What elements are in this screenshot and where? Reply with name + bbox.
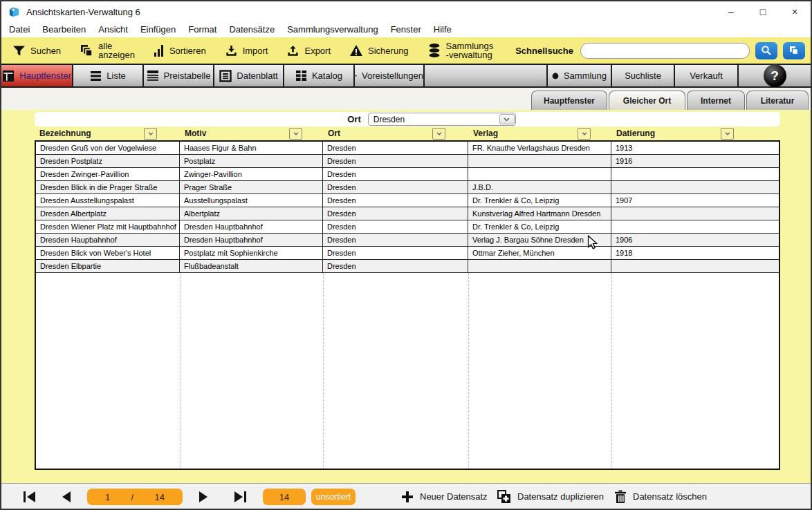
table-cell: Dresden Hauptbahnhof xyxy=(180,234,323,246)
tab-liste[interactable]: Liste xyxy=(73,65,144,86)
tab-bar-spacer xyxy=(425,65,548,86)
menu-ansicht[interactable]: Ansicht xyxy=(92,22,134,37)
app-window: Ansichtskarten-Verwaltung 6 – □ × Datei … xyxy=(0,0,812,510)
bezeichnung-sort-dropdown[interactable] xyxy=(144,128,157,140)
records-table: Dresden Gruß von der VogelwieseHaases Fi… xyxy=(35,140,780,470)
collection-management-button[interactable]: Sammlungs-verwaltung xyxy=(427,41,494,59)
price-table-icon xyxy=(147,70,159,82)
next-record-button[interactable] xyxy=(198,484,209,509)
duplicate-record-button[interactable]: Datensatz duplizieren xyxy=(497,484,604,509)
menu-format[interactable]: Format xyxy=(182,22,223,37)
ort-dropdown[interactable]: Dresden xyxy=(368,113,516,126)
quick-search-go-button[interactable] xyxy=(755,42,777,59)
table-cell: Dresden xyxy=(323,155,468,167)
subtab-literatur[interactable]: Literatur xyxy=(746,91,809,110)
menu-hilfe[interactable]: Hilfe xyxy=(427,22,458,37)
found-count-badge: 14 xyxy=(263,489,306,505)
tab-verkauft[interactable]: Verkauft xyxy=(675,65,739,86)
subtab-internet[interactable]: Internet xyxy=(687,91,745,110)
menu-sammlungsverwaltung[interactable]: Sammlungsverwaltung xyxy=(281,22,385,37)
tab-hauptfenster[interactable]: Hauptfenster xyxy=(1,65,73,86)
table-cell: Postplatz xyxy=(180,155,323,167)
column-header-bezeichnung: Bezeichnung xyxy=(39,129,91,138)
table-cell: Dr. Trenkler & Co, Leipzig xyxy=(468,194,611,207)
subtab-gleicher-ort[interactable]: Gleicher Ort xyxy=(609,91,685,110)
table-cell: Haases Figur & Bahn xyxy=(180,142,323,154)
motiv-sort-dropdown[interactable] xyxy=(289,128,302,140)
table-row[interactable]: Dresden Wiener Platz mit HauptbahnhofDre… xyxy=(36,220,779,234)
record-position-field[interactable]: 1 / 14 xyxy=(87,489,183,505)
magnifier-icon xyxy=(761,45,772,56)
menu-bearbeiten[interactable]: Bearbeiten xyxy=(36,22,92,37)
menu-datensaetze[interactable]: Datensätze xyxy=(223,22,281,37)
menu-einfuegen[interactable]: Einfügen xyxy=(134,22,182,37)
subtab-hauptfenster[interactable]: Hauptfenster xyxy=(531,91,607,110)
import-icon xyxy=(225,44,238,57)
copy-pages-icon xyxy=(788,45,800,56)
show-all-button[interactable]: alleanzeigen xyxy=(80,41,135,59)
table-row[interactable]: Dresden AlbertplatzAlbertplatzDresdenKun… xyxy=(36,207,779,220)
table-row[interactable]: Dresden Blick von Weber's HotelPostplatz… xyxy=(36,247,779,260)
table-cell: Zwinger-Pavillion xyxy=(180,168,323,180)
table-row[interactable]: Dresden HaupbahnhofDresden HauptbahnhofD… xyxy=(36,234,779,247)
backup-button[interactable]: Sicherung xyxy=(349,44,409,57)
quick-search-copy-button[interactable] xyxy=(783,42,805,59)
table-cell: Dresden xyxy=(323,247,468,259)
first-record-button[interactable] xyxy=(22,484,37,509)
window-layout-icon xyxy=(2,70,15,82)
new-record-button[interactable]: Neuer Datensatz xyxy=(401,484,488,509)
ort-sort-dropdown[interactable] xyxy=(432,128,445,140)
close-button[interactable]: × xyxy=(779,1,811,22)
title-bar: Ansichtskarten-Verwaltung 6 – □ × xyxy=(1,1,811,22)
tab-preistabelle[interactable]: Preistabelle xyxy=(144,65,214,86)
record-separator: / xyxy=(131,492,134,502)
table-row[interactable]: Dresden Blick in die Prager StraßePrager… xyxy=(36,181,779,194)
table-row[interactable]: Dresden Gruß von der VogelwieseHaases Fi… xyxy=(36,142,779,155)
datierung-sort-dropdown[interactable] xyxy=(721,128,734,140)
table-cell: Dresden Hauptbahnhof xyxy=(180,220,323,233)
filter-icon xyxy=(12,45,26,57)
chevron-down-icon xyxy=(293,132,299,135)
ort-dropdown-button[interactable] xyxy=(499,114,515,124)
minimize-button[interactable]: – xyxy=(715,1,747,22)
bullet-icon xyxy=(552,73,559,79)
sort-button[interactable]: Sortieren xyxy=(154,44,206,57)
import-button[interactable]: Import xyxy=(225,44,268,57)
mouse-cursor xyxy=(587,235,599,250)
warning-icon xyxy=(349,44,363,57)
column-divider xyxy=(180,273,181,469)
search-button[interactable]: Suchen xyxy=(12,45,61,57)
chevron-down-icon xyxy=(148,132,154,135)
previous-record-button[interactable] xyxy=(61,484,72,509)
table-cell: 1913 xyxy=(611,142,779,154)
sort-status-badge: unsortiert xyxy=(311,489,356,505)
tab-sammlung[interactable]: Sammlung xyxy=(548,65,612,86)
last-record-button[interactable] xyxy=(232,484,248,509)
table-cell xyxy=(611,260,779,272)
table-cell: Dresden Albertplatz xyxy=(36,207,180,220)
export-button[interactable]: Export xyxy=(286,44,331,57)
maximize-button[interactable]: □ xyxy=(747,1,779,22)
tab-datenblatt[interactable]: Datenblatt xyxy=(214,65,284,86)
quick-search-input[interactable] xyxy=(580,43,750,59)
footer-bar: 1 / 14 14 unsortiert Neuer Datensatz Dat… xyxy=(1,483,811,509)
table-row[interactable]: Dresden AusstellungspalastAusstellungspa… xyxy=(36,194,779,207)
table-cell: Dresden xyxy=(323,234,468,246)
table-row[interactable]: Dresden PostplatzPostplatzDresden1916 xyxy=(36,155,779,168)
verlag-sort-dropdown[interactable] xyxy=(578,128,591,140)
table-row[interactable]: Dresden ElbpartieFlußbadeanstaltDresden xyxy=(36,260,779,273)
delete-record-button[interactable]: Datensatz löschen xyxy=(614,484,707,509)
tab-voreistellungen[interactable]: Voreistellungen xyxy=(355,65,425,86)
menu-datei[interactable]: Datei xyxy=(3,22,36,37)
tab-katalog[interactable]: Katalog xyxy=(284,65,355,86)
table-cell: Dresden xyxy=(323,181,468,193)
table-cell: Ausstellungspalast xyxy=(180,194,323,207)
table-body: Dresden Gruß von der VogelwieseHaases Fi… xyxy=(36,142,779,273)
table-cell: Dresden Ausstellungspalast xyxy=(36,194,180,207)
list-icon xyxy=(90,70,102,82)
table-cell: Dresden Blick von Weber's Hotel xyxy=(36,247,180,259)
table-row[interactable]: Dresden Zwinger-PavillionZwinger-Pavilli… xyxy=(36,168,779,181)
help-button[interactable]: ? xyxy=(764,64,786,87)
menu-fenster[interactable]: Fenster xyxy=(385,22,427,37)
tab-suchliste[interactable]: Suchliste xyxy=(612,65,675,86)
